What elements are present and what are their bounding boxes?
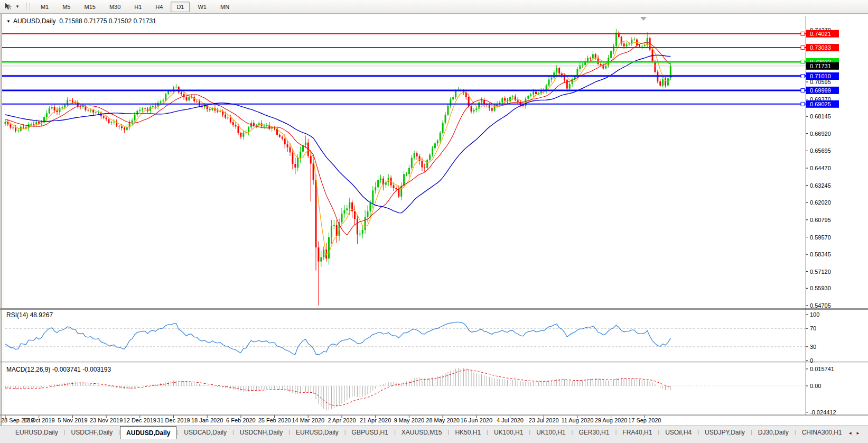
price-tick-label: 0.63245: [810, 182, 831, 189]
chart-tab-usoil-h4[interactable]: USOil,H4: [659, 426, 697, 438]
hline-endpoint-marker[interactable]: [801, 32, 805, 35]
price-tick-label: 0.54705: [810, 302, 831, 309]
tab-scroll-left-icon[interactable]: ◄: [848, 431, 856, 436]
chart-tab-ger30-h1[interactable]: GER30,H1: [573, 426, 615, 438]
price-tick-label: 0.58345: [810, 251, 831, 257]
timeframe-button-d1[interactable]: D1: [171, 2, 190, 12]
date-tick-label: 17 Oct 2019: [23, 417, 55, 423]
date-tick-label: 31 Dec 2019: [157, 417, 190, 423]
date-tick-label: 6 Feb 2020: [226, 417, 256, 423]
hline-price-badge-text: 0.73033: [810, 44, 831, 51]
chart-tab-dj30-daily[interactable]: DJ30,Daily: [752, 426, 795, 438]
hline-endpoint-marker[interactable]: [801, 60, 805, 64]
timeframe-button-m30[interactable]: M30: [104, 2, 126, 12]
chart-tabs: EURUSD,Daily|USDCHF,Daily|AUDUSD,Daily|U…: [0, 426, 843, 440]
hline-endpoint-marker[interactable]: [801, 102, 805, 106]
date-tick-label: 11 Aug 2020: [561, 417, 593, 423]
timeframe-buttons: M1M5M15M30H1H4D1W1MN: [34, 2, 236, 12]
chart-tab-china300-h1[interactable]: CHINA300,H1: [796, 426, 843, 438]
chart-tab-eurusd-daily[interactable]: EURUSD,Daily: [290, 426, 344, 438]
price-tick-label: 0.68145: [810, 113, 831, 119]
date-tick-label: 16 Jun 2020: [461, 417, 493, 423]
hline-endpoint-marker[interactable]: [801, 46, 805, 50]
date-tick-label: 17 Sep 2020: [628, 417, 661, 423]
date-tick-label: 14 Mar 2020: [292, 417, 324, 423]
rsi-tick-label: 0: [810, 357, 813, 364]
chart-window: 0.742700.730450.718200.705950.693700.681…: [0, 14, 868, 426]
timeframe-button-w1[interactable]: W1: [192, 2, 212, 12]
cursor-tool-icon[interactable]: [3, 2, 14, 12]
price-tick-label: 0.66920: [810, 131, 831, 137]
date-tick-label: 2 Apr 2020: [328, 417, 356, 423]
price-tick-label: 0.60795: [810, 217, 831, 223]
chart-tab-usdjpy-daily[interactable]: USDJPY,Daily: [699, 426, 751, 438]
chart-tab-usdcad-daily[interactable]: USDCAD,Daily: [178, 426, 232, 438]
hline-price-badge-text: 0.69025: [810, 101, 831, 107]
price-tick-label: 0.57120: [810, 269, 831, 275]
hline-price-badge-text: 0.74021: [810, 31, 831, 37]
rsi-tick-label: 70: [810, 325, 816, 331]
date-tick-label: 9 May 2020: [394, 417, 424, 423]
price-tick-label: 0.64470: [810, 165, 831, 171]
timeframe-button-mn[interactable]: MN: [214, 2, 235, 12]
date-tick-label: 4 Jul 2020: [497, 417, 524, 423]
chart-tab-fra40-h1[interactable]: FRA40,H1: [617, 426, 658, 438]
chart-tab-uk100-h1[interactable]: UK100,H1: [488, 426, 529, 438]
chart-tab-usdcnh-daily[interactable]: USDCNH,Daily: [234, 426, 288, 438]
date-tick-label: 21 Apr 2020: [360, 417, 391, 423]
chart-tab-uk100-h1[interactable]: UK100,H1: [530, 426, 571, 438]
chart-tab-eurusd-daily[interactable]: EURUSD,Daily: [10, 426, 64, 438]
date-tick-label: 25 Feb 2020: [258, 417, 291, 423]
macd-tick-label: -0.024412: [810, 409, 836, 416]
chart-tab-hk50-h1[interactable]: HK50,H1: [449, 426, 487, 438]
price-tick-label: 0.65695: [810, 147, 831, 154]
timeframe-button-m5[interactable]: M5: [57, 2, 76, 12]
hline-endpoint-marker[interactable]: [801, 88, 805, 92]
tab-scroll-right-icon[interactable]: ►: [856, 431, 864, 436]
date-tick-label: 23 Nov 2019: [90, 417, 123, 423]
price-tick-label: 0.59570: [810, 234, 831, 241]
timeframe-button-h1[interactable]: H1: [128, 2, 147, 12]
hline-price-badge-text: 0.71010: [810, 73, 831, 79]
rsi-tick-label: 30: [810, 344, 816, 350]
dropdown-caret-icon[interactable]: ▼: [14, 3, 21, 10]
timeframe-button-m1[interactable]: M1: [35, 2, 54, 12]
date-tick-label: 12 Dec 2019: [124, 417, 156, 423]
chart-tab-gbpusd-h1[interactable]: GBPUSD,H1: [346, 426, 394, 438]
chart-canvas[interactable]: 0.742700.730450.718200.705950.693700.681…: [0, 14, 868, 426]
cursor-tool-glyph: [4, 3, 13, 11]
price-tick-label: 0.62020: [810, 199, 831, 206]
toolbar-drag-handle[interactable]: [26, 3, 30, 11]
date-tick-label: 29 Aug 2020: [595, 417, 628, 423]
chart-tab-xauusd-m15[interactable]: XAUUSD,M15: [396, 426, 448, 438]
macd-tick-label: 0.015741: [810, 366, 834, 372]
chart-tab-usdchf-daily[interactable]: USDCHF,Daily: [66, 426, 119, 438]
timeframe-toolbar: ▼ M1M5M15M30H1H4D1W1MN: [0, 0, 868, 14]
chart-tab-bar: EURUSD,Daily|USDCHF,Daily|AUDUSD,Daily|U…: [0, 426, 868, 443]
hline-endpoint-marker[interactable]: [801, 75, 805, 78]
chart-tab-audusd-daily[interactable]: AUDUSD,Daily: [120, 426, 176, 439]
hline-price-badge-text: 0.69999: [810, 87, 831, 94]
price-tick-label: 0.55930: [810, 285, 831, 291]
current-price-badge-text: 0.71731: [810, 63, 831, 69]
macd-tick-label: 0.00: [810, 383, 821, 389]
date-tick-label: 28 May 2020: [426, 417, 460, 423]
date-tick-label: 5 Nov 2019: [58, 417, 87, 423]
tab-scroll-arrows: ◄►: [848, 431, 864, 436]
timeframe-button-h4[interactable]: H4: [150, 2, 169, 12]
rsi-tick-label: 100: [810, 311, 819, 318]
date-tick-label: 23 Jul 2020: [529, 417, 559, 423]
timeframe-button-m15[interactable]: M15: [78, 2, 101, 12]
date-axis[interactable]: 28 Sep 201917 Oct 20195 Nov 201923 Nov 2…: [1, 416, 661, 423]
date-tick-label: 18 Jan 2020: [191, 417, 223, 423]
